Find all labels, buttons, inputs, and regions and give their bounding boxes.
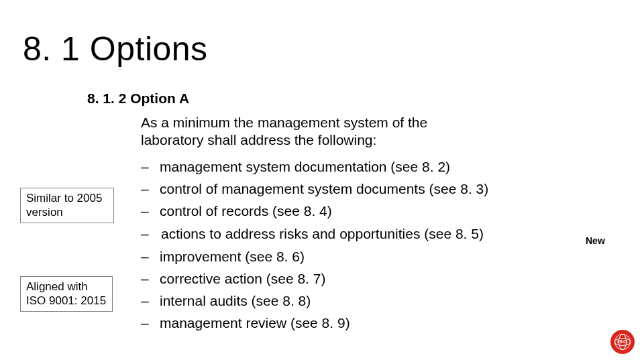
side-note-top: Similar to 2005 version <box>20 188 114 223</box>
list-item-label: control of management system documents (… <box>160 181 488 197</box>
subheading: 8. 1. 2 Option A <box>87 90 189 107</box>
dash-icon: – <box>141 249 160 265</box>
intro-text: As a minimum the management system of th… <box>141 114 483 149</box>
dash-icon: – <box>141 293 160 309</box>
list-item: – management review (see 8. 9) <box>141 315 488 331</box>
dash-icon: – <box>141 226 160 242</box>
list-item-label: control of records (see 8. 4) <box>160 203 332 219</box>
list-item-label: internal audits (see 8. 8) <box>160 293 311 309</box>
new-badge: New <box>586 235 605 246</box>
dash-icon: – <box>141 315 160 331</box>
list-item-label: management review (see 8. 9) <box>160 315 350 331</box>
list-item-label: management system documentation (see 8. … <box>160 159 450 175</box>
list-item: – control of records (see 8. 4) <box>141 203 488 219</box>
list-item-label: actions to address risks and opportuniti… <box>161 226 484 241</box>
slide-title: 8. 1 Options <box>23 29 208 68</box>
list-item-label: improvement (see 8. 6) <box>160 249 305 265</box>
dash-icon: – <box>141 271 160 287</box>
list-item: – actions to address risks and opportuni… <box>141 225 488 243</box>
side-note-bottom: Aligned with ISO 9001: 2015 <box>20 276 113 312</box>
requirements-list: – management system documentation (see 8… <box>141 159 488 337</box>
list-item: – improvement (see 8. 6) <box>141 249 488 265</box>
dash-icon: – <box>141 181 160 197</box>
list-item-label: corrective action (see 8. 7) <box>160 271 325 287</box>
list-item: – management system documentation (see 8… <box>141 159 488 175</box>
list-item: – control of management system documents… <box>141 181 488 197</box>
logo-text: ISO <box>610 339 635 345</box>
dash-icon: – <box>141 203 160 219</box>
list-item: – corrective action (see 8. 7) <box>141 271 488 287</box>
dash-icon: – <box>141 159 160 175</box>
highlighted-item: actions to address risks and opportuniti… <box>160 225 486 243</box>
iso-logo: ISO <box>610 330 635 354</box>
list-item: – internal audits (see 8. 8) <box>141 293 488 309</box>
